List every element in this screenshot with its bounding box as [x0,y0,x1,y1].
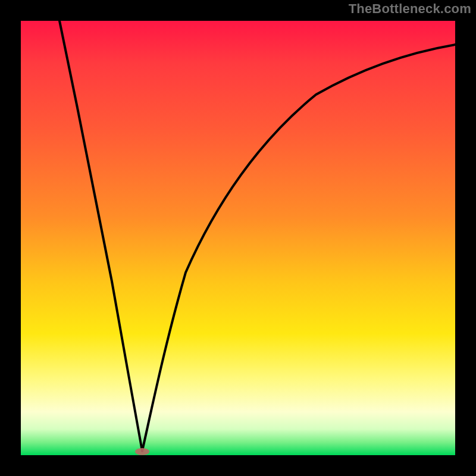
cusp-marker [135,448,149,455]
curve-right-branch [142,45,455,451]
plot-area [21,21,455,455]
bottleneck-curve [21,21,455,455]
watermark-text: TheBottleneck.com [349,1,471,17]
curve-left-branch [60,21,142,451]
chart-frame: TheBottleneck.com [0,0,476,476]
